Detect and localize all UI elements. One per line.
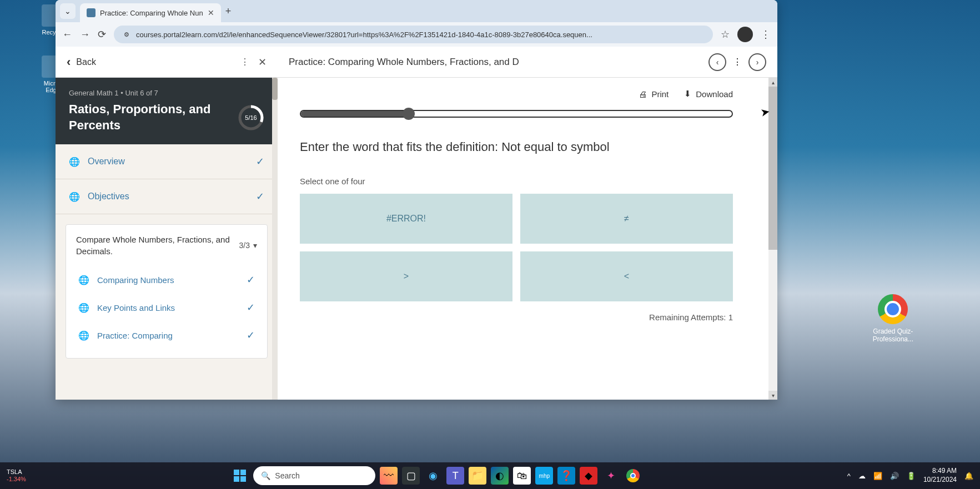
- section-header[interactable]: Compare Whole Numbers, Fractions, and De…: [76, 234, 257, 257]
- section-items: 🌐 Comparing Numbers ✓ 🌐 Key Points and L…: [76, 266, 257, 349]
- course-header: General Math 1 • Unit 6 of 7 Ratios, Pro…: [56, 78, 278, 144]
- prev-page-button[interactable]: ‹: [708, 53, 726, 71]
- tray-battery-icon[interactable]: 🔋: [907, 472, 916, 480]
- taskbar-left: TSLA -1.34%: [7, 468, 26, 483]
- reload-button[interactable]: ⟳: [98, 28, 106, 41]
- tray-volume-icon[interactable]: 🔊: [890, 472, 899, 480]
- taskbar-app-8[interactable]: mhp: [535, 467, 553, 485]
- progress-fill: [301, 111, 409, 117]
- progress-track: [300, 110, 733, 118]
- stock-change: -1.34%: [7, 476, 26, 483]
- chrome-icon: [878, 294, 908, 324]
- chrome-label: Graded Quiz- Professiona...: [873, 327, 913, 343]
- chevron-left-icon: ‹: [67, 55, 71, 69]
- tray-wifi-icon[interactable]: 📶: [873, 472, 882, 480]
- bookmark-button[interactable]: ☆: [721, 28, 730, 41]
- section-title: Compare Whole Numbers, Fractions, and De…: [76, 234, 239, 257]
- breadcrumb-course: General Math 1: [69, 89, 119, 97]
- option-4[interactable]: <: [520, 251, 733, 301]
- taskbar-edge[interactable]: ◐: [491, 467, 509, 485]
- taskbar-search[interactable]: 🔍 Search: [253, 466, 375, 485]
- taskbar-center: 🔍 Search 〰 ▢ ◉ T 📁 ◐ 🛍 mhp ❓ ◆ ✦: [26, 466, 847, 485]
- globe-icon: 🌐: [78, 330, 89, 341]
- taskbar-store[interactable]: 🛍: [513, 467, 531, 485]
- stock-widget[interactable]: TSLA -1.34%: [7, 468, 26, 483]
- close-panel-icon[interactable]: ✕: [258, 56, 267, 68]
- profile-button[interactable]: [737, 27, 753, 42]
- select-label: Select one of four: [300, 177, 755, 186]
- scrollbar-thumb[interactable]: [272, 78, 278, 100]
- option-1[interactable]: #ERROR!: [300, 194, 512, 244]
- download-button[interactable]: ⬇ Download: [684, 89, 733, 99]
- scrollbar-thumb[interactable]: [768, 83, 777, 250]
- next-page-button[interactable]: ›: [748, 53, 766, 71]
- notifications-icon[interactable]: 🔔: [964, 472, 973, 480]
- forward-nav-button[interactable]: →: [80, 29, 90, 41]
- section-item-practice[interactable]: 🌐 Practice: Comparing ✓: [76, 321, 257, 349]
- sidebar: General Math 1 • Unit 6 of 7 Ratios, Pro…: [56, 78, 278, 400]
- options-grid: #ERROR! ≠ > <: [300, 194, 733, 301]
- sidebar-item-objectives[interactable]: 🌐 Objectives ✓: [56, 179, 278, 214]
- taskbar-teams[interactable]: T: [446, 467, 464, 485]
- back-nav-button[interactable]: ←: [62, 29, 72, 41]
- sidebar-scrollbar[interactable]: [272, 78, 278, 400]
- url-field[interactable]: ⚙ courses.portal2learn.com/d2l/le/enhanc…: [114, 26, 713, 43]
- globe-icon: 🌐: [69, 156, 80, 167]
- new-tab-button[interactable]: +: [225, 6, 232, 17]
- breadcrumb-unit: Unit 6 of 7: [125, 89, 158, 97]
- section-item-comparing[interactable]: 🌐 Comparing Numbers ✓: [76, 266, 257, 294]
- tab-title: Practice: Comparing Whole Nun: [100, 9, 203, 17]
- header-actions: ⋮ ✕: [240, 56, 267, 68]
- main-layout: General Math 1 • Unit 6 of 7 Ratios, Pro…: [56, 78, 777, 400]
- search-icon: 🔍: [261, 471, 270, 480]
- search-placeholder: Search: [275, 471, 299, 480]
- progress-text: 5/16: [245, 114, 257, 121]
- taskbar-copilot[interactable]: ◉: [424, 467, 442, 485]
- content-scrollbar[interactable]: ▴ ▾: [768, 78, 777, 400]
- taskbar-app-10[interactable]: ◆: [580, 467, 597, 485]
- check-icon: ✓: [247, 274, 255, 286]
- option-3[interactable]: >: [300, 251, 512, 301]
- browser-window: ⌄ Practice: Comparing Whole Nun ✕ + ← → …: [56, 0, 777, 400]
- taskbar-app-9[interactable]: ❓: [557, 467, 575, 485]
- url-bar: ← → ⟳ ⚙ courses.portal2learn.com/d2l/le/…: [56, 22, 777, 47]
- tray-chevron-icon[interactable]: ^: [847, 472, 851, 480]
- browser-menu-button[interactable]: ⋮: [761, 28, 771, 41]
- taskbar-chrome[interactable]: [624, 467, 642, 485]
- site-info-icon[interactable]: ⚙: [122, 29, 132, 39]
- globe-icon: 🌐: [69, 191, 80, 202]
- progress-handle[interactable]: [403, 108, 415, 120]
- section-item-label: Comparing Numbers: [97, 275, 239, 285]
- more-options-icon[interactable]: ⋮: [240, 57, 249, 67]
- tab-close-icon[interactable]: ✕: [208, 8, 214, 17]
- taskbar: TSLA -1.34% 🔍 Search 〰 ▢ ◉ T 📁 ◐ 🛍 mhp ❓…: [0, 462, 980, 489]
- remaining-attempts: Remaining Attempts: 1: [300, 312, 733, 322]
- section-item-keypoints[interactable]: 🌐 Key Points and Links ✓: [76, 294, 257, 321]
- header-menu-icon[interactable]: ⋮: [733, 57, 742, 67]
- taskbar-app-1[interactable]: 〰: [380, 467, 398, 485]
- scroll-down-icon[interactable]: ▾: [768, 391, 777, 400]
- taskbar-app-2[interactable]: ▢: [402, 467, 420, 485]
- breadcrumb: General Math 1 • Unit 6 of 7: [69, 89, 264, 97]
- print-button[interactable]: 🖨 Print: [639, 89, 669, 99]
- sidebar-item-label: Overview: [88, 157, 248, 167]
- chrome-desktop-icon[interactable]: Graded Quiz- Professiona...: [873, 294, 913, 343]
- sidebar-section: Compare Whole Numbers, Fractions, and De…: [66, 224, 268, 359]
- url-text: courses.portal2learn.com/d2l/le/enhanced…: [136, 31, 592, 39]
- taskbar-app-11[interactable]: ✦: [602, 467, 620, 485]
- tray-cloud-icon[interactable]: ☁: [858, 472, 866, 480]
- browser-tab[interactable]: Practice: Comparing Whole Nun ✕: [80, 3, 221, 22]
- tab-search-dropdown[interactable]: ⌄: [60, 3, 76, 19]
- course-title-row: Ratios, Proportions, and Percents 5/16: [69, 102, 264, 133]
- back-label: Back: [76, 57, 96, 67]
- taskbar-explorer[interactable]: 📁: [469, 467, 486, 485]
- progress-bar[interactable]: [300, 110, 733, 118]
- back-button[interactable]: ‹ Back: [67, 55, 96, 69]
- scroll-up-icon[interactable]: ▴: [768, 78, 777, 87]
- clock[interactable]: 8:49 AM 10/21/2024: [923, 467, 957, 484]
- sidebar-item-overview[interactable]: 🌐 Overview ✓: [56, 144, 278, 179]
- option-2[interactable]: ≠: [520, 194, 733, 244]
- globe-icon: 🌐: [78, 302, 89, 313]
- start-button[interactable]: [231, 467, 249, 485]
- progress-ring: 5/16: [238, 104, 264, 131]
